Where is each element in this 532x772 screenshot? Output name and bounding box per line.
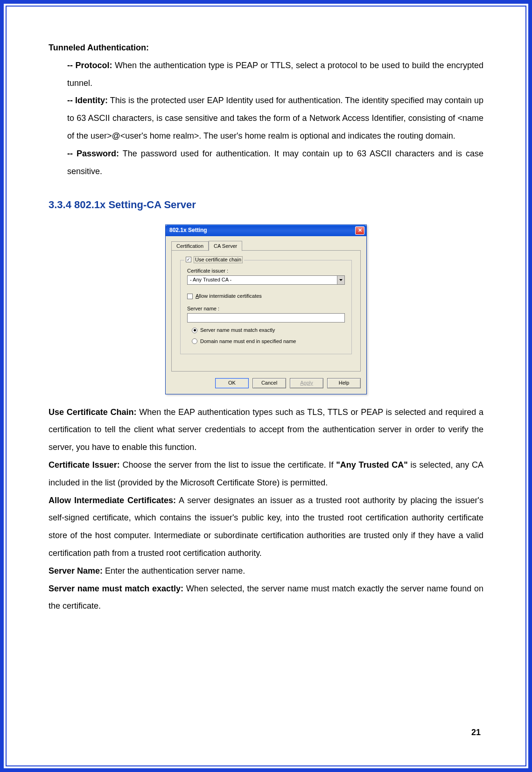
allow-intermediate-label: Allow intermidiate certificates <box>196 293 262 299</box>
tab-strip: Certification CA Server <box>171 241 361 251</box>
dialog-body: Certification CA Server ✓ Use certificat… <box>166 236 366 394</box>
identity-text: This is the protected user EAP Identity … <box>67 96 483 140</box>
radio-match-exactly[interactable] <box>192 328 197 333</box>
server-match-paragraph: Server name must match exactly: When sel… <box>49 580 483 616</box>
server-name-input[interactable] <box>187 313 345 323</box>
svg-marker-0 <box>339 279 343 281</box>
dialog-window: 802.1x Setting ✕ Certification CA Server <box>165 225 367 394</box>
password-label: -- Password: <box>67 149 119 158</box>
dialog-button-row: OK Cancel Apply Help <box>171 378 361 388</box>
protocol-paragraph: -- Protocol: When the authentication typ… <box>67 57 483 92</box>
tunneled-auth-heading: Tunneled Authentication: <box>49 39 483 57</box>
chevron-down-icon <box>337 276 344 284</box>
server-name-label: Server name : <box>187 306 345 312</box>
close-button[interactable]: ✕ <box>355 226 364 235</box>
cert-issuer-any-trusted: "Any Trusted CA" <box>336 460 408 470</box>
allow-intermediate-paragraph: Allow Intermediate Certificates: A serve… <box>49 492 483 562</box>
help-button[interactable]: Help <box>327 378 361 388</box>
cancel-button[interactable]: Cancel <box>252 378 286 388</box>
use-cert-chain-checkbox[interactable]: ✓ <box>186 257 191 262</box>
dialog-screenshot: 802.1x Setting ✕ Certification CA Server <box>49 225 483 394</box>
groupbox-cert-chain: ✓ Use certificate chain Certificate issu… <box>180 260 352 354</box>
server-name-paragraph: Server Name: Enter the authentication se… <box>49 562 483 580</box>
use-cert-chain-bold: Use Certificate Chain: <box>49 407 137 417</box>
document-content: Tunneled Authentication: -- Protocol: Wh… <box>49 39 483 615</box>
tab-panel: ✓ Use certificate chain Certificate issu… <box>171 250 361 372</box>
use-cert-chain-label: Use certificate chain <box>194 256 243 263</box>
cert-issuer-paragraph: Certificate Issuer: Choose the server fr… <box>49 456 483 492</box>
password-text: The password used for authentication. It… <box>67 149 483 176</box>
protocol-text: When the authentication type is PEAP or … <box>67 61 483 88</box>
cert-issuer-label: Certificate issuer : <box>187 268 345 274</box>
server-match-bold: Server name must match exactly: <box>49 584 183 593</box>
cert-issuer-value: - Any Trusted CA - <box>188 277 337 283</box>
page-number: 21 <box>471 728 481 737</box>
protocol-label: -- Protocol: <box>67 61 112 70</box>
radio-match-exactly-row: Server name must match exactly <box>192 327 345 333</box>
radio-domain-end-label: Domain name must end in specified name <box>200 338 296 344</box>
ok-button[interactable]: OK <box>215 378 249 388</box>
tab-ca-server[interactable]: CA Server <box>209 241 242 251</box>
apply-button[interactable]: Apply <box>290 378 323 388</box>
server-name-text: Enter the authentication server name. <box>103 566 245 575</box>
dialog-title: 802.1x Setting <box>169 225 207 236</box>
close-icon: ✕ <box>358 228 362 233</box>
radio-match-exactly-label: Server name must match exactly <box>200 327 275 333</box>
titlebar: 802.1x Setting ✕ <box>166 225 366 236</box>
identity-label: -- Identity: <box>67 96 108 105</box>
allow-intermediate-row: Allow intermidiate certificates <box>187 293 345 299</box>
group-legend: ✓ Use certificate chain <box>184 256 244 263</box>
radio-domain-end-row: Domain name must end in specified name <box>192 338 345 344</box>
cert-issuer-bold: Certificate Issuer: <box>49 460 120 470</box>
page-border: Tunneled Authentication: -- Protocol: Wh… <box>0 0 532 772</box>
section-heading: 3.3.4 802.1x Setting-CA Server <box>49 194 483 216</box>
password-paragraph: -- Password: The password used for authe… <box>67 145 483 181</box>
cert-issuer-combo[interactable]: - Any Trusted CA - <box>187 275 345 285</box>
page-inner-border: Tunneled Authentication: -- Protocol: Wh… <box>6 6 526 766</box>
tab-certification[interactable]: Certification <box>171 241 209 251</box>
identity-paragraph: -- Identity: This is the protected user … <box>67 92 483 145</box>
server-name-bold: Server Name: <box>49 566 103 575</box>
cert-issuer-text-a: Choose the server from the list to issue… <box>120 460 336 470</box>
allow-intermediate-bold: Allow Intermediate Certificates: <box>49 496 176 505</box>
use-cert-chain-paragraph: Use Certificate Chain: When the EAP auth… <box>49 404 483 456</box>
allow-intermediate-checkbox[interactable] <box>187 294 193 299</box>
radio-domain-end[interactable] <box>192 338 197 344</box>
